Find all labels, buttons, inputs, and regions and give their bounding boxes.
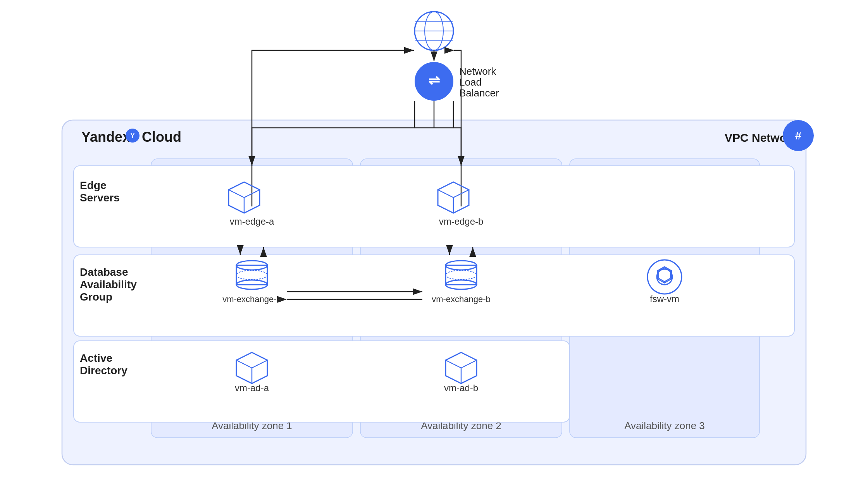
svg-rect-0 xyxy=(62,120,806,465)
svg-rect-3 xyxy=(570,159,760,438)
svg-text:Availability zone 2: Availability zone 2 xyxy=(421,420,501,431)
svg-text:Database: Database xyxy=(80,266,128,278)
svg-text:Active: Active xyxy=(80,352,112,364)
svg-point-17 xyxy=(415,12,453,50)
svg-text:⬡: ⬡ xyxy=(656,264,673,285)
svg-point-19 xyxy=(425,12,443,50)
svg-point-18 xyxy=(415,12,453,50)
svg-point-59 xyxy=(446,280,477,289)
svg-text:fsw-vm: fsw-vm xyxy=(650,294,679,304)
svg-text:vm-ad-b: vm-ad-b xyxy=(444,383,478,393)
svg-line-73 xyxy=(461,360,477,368)
svg-text:Servers: Servers xyxy=(80,192,120,204)
svg-line-49 xyxy=(453,190,469,198)
svg-line-43 xyxy=(229,190,244,198)
svg-text:Availability zone 3: Availability zone 3 xyxy=(624,420,705,431)
diagram-svg: Availability zone 1 Availability zone 2 … xyxy=(0,0,868,488)
svg-marker-71 xyxy=(446,352,477,383)
svg-text:Edge: Edge xyxy=(80,179,106,191)
svg-point-63 xyxy=(657,269,672,285)
svg-line-68 xyxy=(252,360,267,368)
svg-text:Directory: Directory xyxy=(80,364,127,376)
svg-rect-8 xyxy=(74,255,794,336)
svg-text:⇌: ⇌ xyxy=(428,72,440,88)
svg-rect-9 xyxy=(74,341,570,422)
svg-text:VPC Network: VPC Network xyxy=(725,131,798,144)
svg-line-67 xyxy=(236,360,252,368)
svg-point-62 xyxy=(648,260,682,294)
svg-text:Load: Load xyxy=(459,76,482,88)
svg-text:Network: Network xyxy=(459,65,496,77)
svg-point-40 xyxy=(783,120,814,151)
svg-text:Availability zone 1: Availability zone 1 xyxy=(212,420,292,431)
svg-point-55 xyxy=(236,270,267,280)
svg-text:vm-exchange-a: vm-exchange-a xyxy=(222,294,281,304)
svg-point-23 xyxy=(415,62,453,101)
svg-point-57 xyxy=(446,261,477,270)
svg-text:Y: Y xyxy=(131,132,135,139)
svg-text:vm-ad-a: vm-ad-a xyxy=(235,383,269,393)
svg-text:Yandex: Yandex xyxy=(81,129,130,145)
svg-marker-47 xyxy=(438,182,469,213)
svg-point-60 xyxy=(446,270,477,280)
svg-text:Balancer: Balancer xyxy=(459,87,499,99)
svg-marker-42 xyxy=(229,182,260,213)
svg-text:vm-edge-b: vm-edge-b xyxy=(439,216,484,227)
svg-line-72 xyxy=(446,360,461,368)
svg-marker-66 xyxy=(236,352,267,383)
svg-line-48 xyxy=(438,190,453,198)
svg-text:vm-edge-a: vm-edge-a xyxy=(230,216,274,227)
svg-rect-7 xyxy=(74,166,794,247)
svg-rect-58 xyxy=(446,265,477,285)
svg-text:#: # xyxy=(795,129,802,142)
svg-point-36 xyxy=(126,129,140,143)
svg-rect-53 xyxy=(236,265,267,285)
svg-line-44 xyxy=(244,190,260,198)
svg-point-54 xyxy=(236,280,267,289)
svg-text:Group: Group xyxy=(80,291,112,303)
svg-rect-2 xyxy=(360,159,562,438)
canvas: Availability zone 1 Availability zone 2 … xyxy=(0,0,868,488)
svg-text:Cloud: Cloud xyxy=(142,129,181,145)
svg-rect-1 xyxy=(151,159,353,438)
svg-text:vm-exchange-b: vm-exchange-b xyxy=(432,294,491,304)
svg-point-52 xyxy=(236,261,267,270)
svg-text:Availability: Availability xyxy=(80,278,137,290)
